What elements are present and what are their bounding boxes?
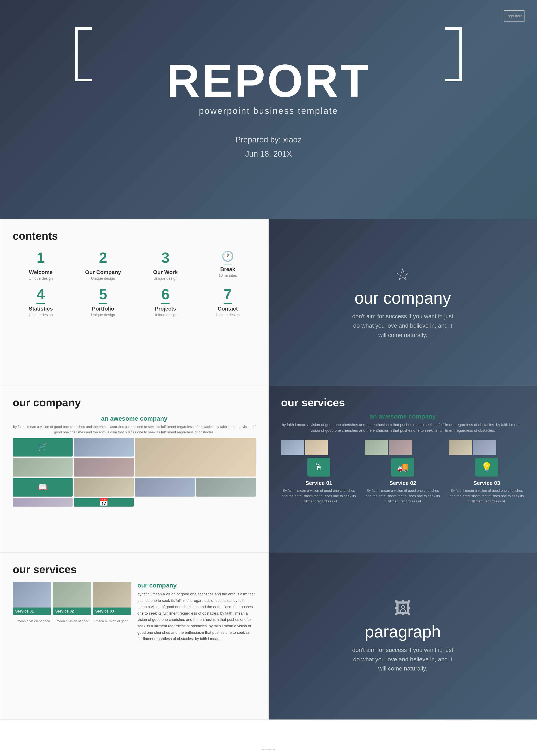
hero-subtitle: powerpoint business template	[199, 106, 338, 116]
mosaic-img-8	[13, 498, 72, 507]
mosaic-img-1	[74, 438, 134, 456]
services-awesome-title: an awesome company	[281, 413, 525, 420]
service-photo-3: Service 03	[93, 582, 131, 615]
content-item-1: 1 Welcome Unique design	[13, 250, 69, 281]
mosaic-icon-calendar: 📅	[74, 498, 134, 507]
mosaic-img-6	[135, 478, 195, 497]
slide-company-dark: ☆ our company don't aim for success if y…	[268, 219, 537, 386]
slide-services-dark: our services Logo here an awesome compan…	[268, 386, 537, 553]
services-text: our company by faith i mean a vision of …	[138, 582, 256, 642]
awesome-title: an awesome company	[13, 415, 256, 422]
image-icon: 🖼	[394, 599, 411, 618]
company-title-text: our company	[138, 582, 256, 589]
contents-title: contents	[13, 230, 256, 242]
company-title-dark: our company	[354, 288, 451, 308]
image-mosaic: 🛒 📖 📅	[13, 438, 256, 507]
service-card-3: 💡 Service 03 By faith i mean a vision of…	[449, 440, 525, 504]
hero-title: REPORT	[167, 58, 370, 104]
company-text: by faith i mean a vision of good one che…	[138, 591, 256, 642]
slide-hero: REPORT powerpoint business template Prep…	[0, 0, 537, 219]
content-item-7: 6 Projects Unique design	[138, 287, 193, 317]
company-light-title: our company	[13, 396, 256, 409]
service-title-1: Service 01	[281, 480, 357, 486]
slide-paragraph-dark: 🖼 paragraph don't aim for success if you…	[268, 553, 537, 720]
slide-contents: contents Logo here 1 Welcome Unique desi…	[0, 219, 268, 386]
service-sublabels: I mean a vision of good I mean a vision …	[13, 619, 131, 623]
awesome-desc: by faith i mean a vision of good one che…	[13, 424, 256, 435]
prepared-by: Prepared by: xiaoz	[235, 133, 302, 147]
star-icon: ☆	[395, 265, 410, 284]
content-item-2: 2 Our Company Unique design	[75, 250, 131, 281]
service-text-2: By faith i mean a vision of good one che…	[365, 488, 441, 504]
service-icon-1: 🖱	[308, 458, 330, 477]
service-icon-3: 💡	[475, 458, 498, 477]
service-card-1: 🖱 Service 01 By faith i mean a vision of…	[281, 440, 357, 504]
slide-services-light: our services Logo here Service 01 Servic…	[0, 553, 268, 720]
mosaic-img-4	[74, 458, 134, 477]
service-text-3: By faith i mean a vision of good one che…	[449, 488, 525, 504]
services-photos: Service 01 Service 02 Service 03 I mean …	[13, 582, 131, 642]
mosaic-icon-cart: 🛒	[13, 438, 72, 456]
services-two-col: Service 01 Service 02 Service 03 I mean …	[13, 582, 256, 642]
mosaic-img-7	[196, 478, 256, 497]
content-item-5: 4 Statistics Unique design	[13, 287, 69, 317]
services-light-title: our services	[13, 563, 256, 576]
company-desc-dark: don't aim for success if you want it; ju…	[351, 312, 455, 340]
service-photo-2: Service 02	[53, 582, 91, 615]
services-grid: 🖱 Service 01 By faith i mean a vision of…	[281, 440, 525, 504]
service-icon-2: 🚚	[391, 458, 414, 477]
hero-meta: Prepared by: xiaoz Jun 18, 201X	[235, 133, 302, 161]
service-card-2: 🚚 Service 02 By faith i mean a vision of…	[365, 440, 441, 504]
service-title-3: Service 03	[449, 480, 525, 486]
mosaic-img-5	[74, 478, 134, 497]
content-item-4: 🕐 Break 10 minutes	[200, 250, 256, 281]
service-photo-1: Service 01	[13, 582, 51, 615]
services-awesome-desc: by faith i mean a vision of good one che…	[281, 422, 525, 433]
content-item-6: 5 Portfolio Unique design	[75, 287, 131, 317]
content-item-8: 7 Contact Unique design	[200, 287, 256, 317]
photo-row: Service 01 Service 02 Service 03	[13, 582, 131, 615]
services-light-logo: Logo here	[504, 11, 524, 22]
paragraph-desc: don't aim for success if you want it; ju…	[351, 646, 455, 673]
bracket-right	[445, 27, 462, 81]
hero-date: Jun 18, 201X	[235, 147, 302, 161]
service-title-2: Service 02	[365, 480, 441, 486]
paragraph-title: paragraph	[365, 622, 441, 641]
slide-company-light: our company Logo here an awesome company…	[0, 386, 268, 553]
mosaic-img-3	[13, 458, 72, 477]
services-light-nav: ← → →	[261, 747, 276, 752]
bracket-left	[75, 27, 92, 81]
slides-grid: contents Logo here 1 Welcome Unique desi…	[0, 219, 537, 720]
content-item-3: 3 Our Work Unique design	[138, 250, 193, 281]
contents-grid: 1 Welcome Unique design 2 Our Company Un…	[13, 250, 256, 317]
mosaic-icon-book: 📖	[13, 478, 72, 497]
mosaic-img-large	[135, 438, 256, 477]
service-text-1: By faith i mean a vision of good one che…	[281, 488, 357, 504]
services-dark-title: our services	[281, 396, 525, 409]
